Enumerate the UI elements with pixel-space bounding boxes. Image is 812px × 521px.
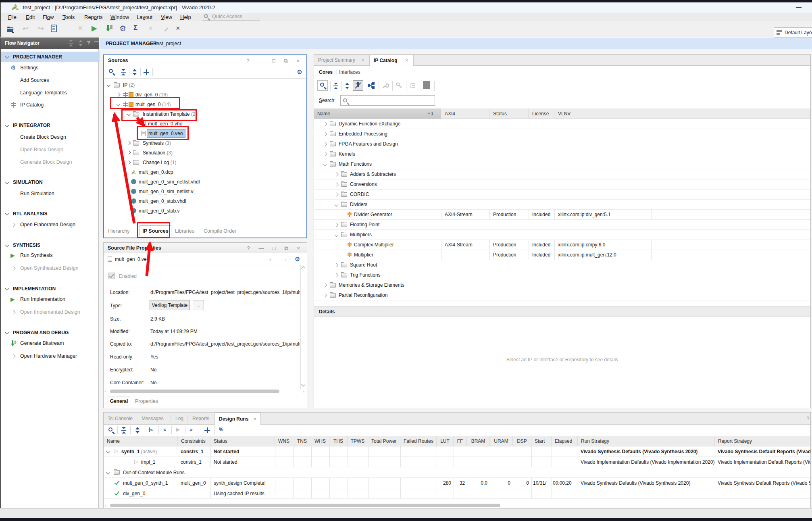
annotation-arrows [0,0,812,521]
